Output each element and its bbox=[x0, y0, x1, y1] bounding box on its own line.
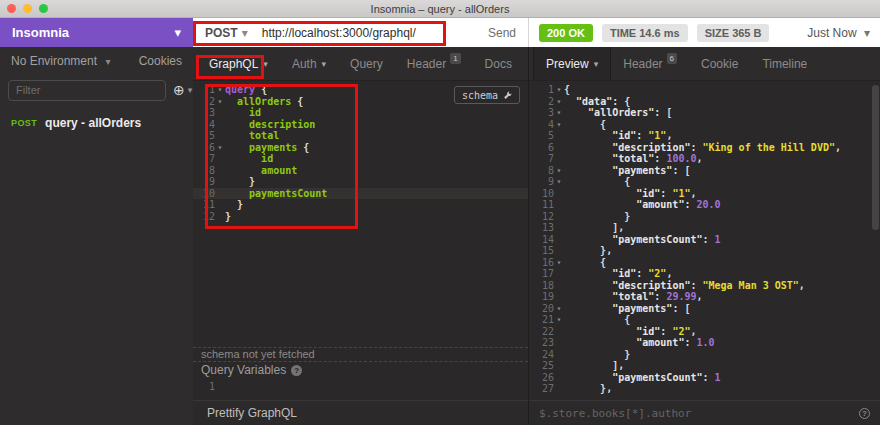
code-line[interactable]: 4▾ { bbox=[529, 119, 880, 131]
fold-spacer bbox=[554, 130, 564, 142]
help-icon[interactable]: ? bbox=[291, 365, 302, 376]
code-line[interactable]: 3 id bbox=[193, 107, 528, 119]
fold-arrow-icon[interactable]: ▾ bbox=[215, 142, 225, 154]
code-line[interactable]: 1▾{ bbox=[529, 84, 880, 96]
tab-graphql[interactable]: GraphQL ▾ bbox=[197, 47, 280, 80]
code-line[interactable]: 4 description bbox=[193, 119, 528, 131]
fold-spacer bbox=[554, 142, 564, 154]
chevron-down-icon: ▾ bbox=[188, 85, 193, 95]
fold-arrow-icon[interactable]: ▾ bbox=[554, 176, 564, 188]
fold-arrow-icon[interactable]: ▾ bbox=[554, 84, 564, 96]
code-line[interactable]: 6▾ payments { bbox=[193, 142, 528, 154]
tab-preview[interactable]: Preview ▾ bbox=[533, 47, 611, 80]
fold-spacer bbox=[554, 188, 564, 200]
fold-arrow-icon[interactable]: ▾ bbox=[554, 96, 564, 108]
fold-spacer bbox=[554, 280, 564, 292]
code-line[interactable]: 11 "amount": 20.0 bbox=[529, 199, 880, 211]
fold-arrow-icon[interactable]: ▾ bbox=[554, 119, 564, 131]
fold-arrow-icon[interactable]: ▾ bbox=[215, 96, 225, 108]
code-line[interactable]: 15 }, bbox=[529, 245, 880, 257]
fold-arrow-icon[interactable]: ▾ bbox=[554, 257, 564, 269]
fold-arrow-icon[interactable]: ▾ bbox=[554, 107, 564, 119]
code-line[interactable]: 8▾ "payments": [ bbox=[529, 165, 880, 177]
fold-spacer bbox=[554, 349, 564, 361]
tab-query[interactable]: Query bbox=[338, 47, 395, 80]
code-line[interactable]: 17 "id": "2", bbox=[529, 268, 880, 280]
tab-header-request[interactable]: Header 1 bbox=[395, 47, 473, 80]
fold-spacer bbox=[554, 326, 564, 338]
chevron-down-icon: ▾ bbox=[174, 25, 181, 40]
code-line[interactable]: 14 "paymentsCount": 1 bbox=[529, 234, 880, 246]
fold-spacer bbox=[215, 119, 225, 131]
fold-arrow-icon[interactable]: ▾ bbox=[554, 303, 564, 315]
code-line[interactable]: 23 "amount": 1.0 bbox=[529, 337, 880, 349]
code-line[interactable]: 5 total bbox=[193, 130, 528, 142]
code-line[interactable]: 5 "id": "1", bbox=[529, 130, 880, 142]
size-badge: SIZE 365 B bbox=[697, 24, 770, 42]
close-window-button[interactable] bbox=[7, 4, 16, 13]
url-input[interactable]: http://localhost:3000/graphql/ bbox=[262, 26, 416, 40]
chevron-down-icon: ▾ bbox=[594, 59, 599, 69]
scrollbar-thumb[interactable] bbox=[872, 85, 879, 230]
request-tabbar: GraphQL ▾ Auth ▾ Query Header 1 Docs bbox=[193, 47, 528, 81]
code-line[interactable]: 10 paymentsCount bbox=[193, 188, 528, 200]
sidebar-filter-input[interactable] bbox=[8, 80, 166, 101]
code-line[interactable]: 6 "description": "King of the Hill DVD", bbox=[529, 142, 880, 154]
code-line[interactable]: 24 } bbox=[529, 349, 880, 361]
code-line[interactable]: 8 amount bbox=[193, 165, 528, 177]
fold-arrow-icon[interactable]: ▾ bbox=[215, 84, 225, 96]
code-line[interactable]: 13 ], bbox=[529, 222, 880, 234]
code-line[interactable]: 22 "id": "2", bbox=[529, 326, 880, 338]
help-icon[interactable]: ? bbox=[859, 408, 870, 419]
tab-timeline[interactable]: Timeline bbox=[750, 47, 819, 80]
minimize-window-button[interactable] bbox=[23, 4, 32, 13]
create-request-button[interactable]: ⊕ ▾ bbox=[173, 83, 192, 97]
fold-arrow-icon[interactable]: ▾ bbox=[554, 165, 564, 177]
response-json-viewer[interactable]: 1▾{2▾ "data": {3▾ "allOrders": [4▾ {5 "i… bbox=[529, 81, 880, 400]
code-line[interactable]: 19 "total": 29.99, bbox=[529, 291, 880, 303]
code-line[interactable]: 7 "total": 100.0, bbox=[529, 153, 880, 165]
fold-spacer bbox=[215, 153, 225, 165]
sidebar-request-item[interactable]: POST query - allOrders bbox=[0, 112, 193, 134]
code-line[interactable]: 12 } bbox=[529, 211, 880, 223]
code-line[interactable]: 12} bbox=[193, 211, 528, 223]
code-line[interactable]: 27 }, bbox=[529, 383, 880, 395]
tab-cookie[interactable]: Cookie bbox=[689, 47, 750, 80]
environment-dropdown[interactable]: No Environment ▾ bbox=[11, 54, 110, 68]
code-line[interactable]: 20▾ "payments": [ bbox=[529, 303, 880, 315]
method-dropdown[interactable]: POST bbox=[205, 26, 238, 40]
fold-spacer bbox=[554, 337, 564, 349]
query-variables-editor[interactable]: 1 bbox=[193, 378, 528, 400]
fold-arrow-icon[interactable]: ▾ bbox=[554, 314, 564, 326]
code-line[interactable]: 10 "id": "1", bbox=[529, 188, 880, 200]
workspace-header[interactable]: Insomnia ▾ bbox=[0, 18, 193, 47]
cookies-button[interactable]: Cookies bbox=[139, 54, 182, 68]
send-button[interactable]: Send bbox=[488, 26, 516, 40]
code-line[interactable]: 25 ], bbox=[529, 360, 880, 372]
window-title: Insomnia – query - allOrders bbox=[371, 3, 510, 15]
chevron-down-icon: ▾ bbox=[322, 59, 327, 69]
code-line[interactable]: 7 id bbox=[193, 153, 528, 165]
code-line[interactable]: 9 } bbox=[193, 176, 528, 188]
schema-button[interactable]: schema bbox=[454, 86, 520, 104]
prettify-graphql-button[interactable]: Prettify GraphQL bbox=[193, 406, 297, 420]
code-line[interactable]: 3▾ "allOrders": [ bbox=[529, 107, 880, 119]
tab-auth[interactable]: Auth ▾ bbox=[280, 47, 338, 80]
tab-docs[interactable]: Docs bbox=[473, 47, 524, 80]
code-line[interactable]: 9▾ { bbox=[529, 176, 880, 188]
code-line[interactable]: 26 "paymentsCount": 1 bbox=[529, 372, 880, 384]
code-line[interactable]: 2▾ "data": { bbox=[529, 96, 880, 108]
graphql-query-editor[interactable]: schema 1▾query {2▾ allOrders {3 id4 desc… bbox=[193, 81, 528, 347]
code-line[interactable]: 18 "description": "Mega Man 3 OST", bbox=[529, 280, 880, 292]
tab-header-response[interactable]: Header 6 bbox=[611, 47, 689, 80]
fold-spacer bbox=[215, 188, 225, 200]
code-line[interactable]: 16▾ { bbox=[529, 257, 880, 269]
request-method-label: POST bbox=[11, 118, 37, 128]
response-filter-input[interactable] bbox=[539, 407, 859, 420]
response-history-dropdown[interactable]: Just Now ▾ bbox=[807, 26, 870, 40]
zoom-window-button[interactable] bbox=[39, 4, 48, 13]
code-line[interactable]: 11 } bbox=[193, 199, 528, 211]
fold-spacer bbox=[215, 107, 225, 119]
fold-spacer bbox=[554, 199, 564, 211]
code-line[interactable]: 21▾ { bbox=[529, 314, 880, 326]
